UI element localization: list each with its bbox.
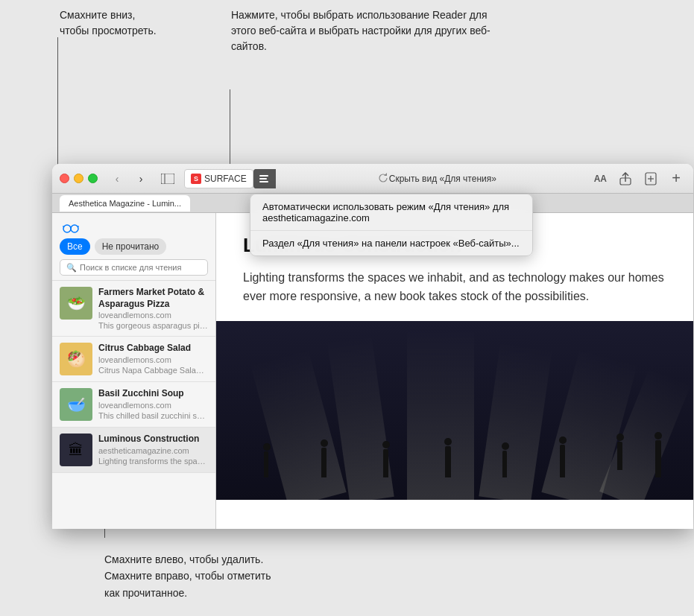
sidebar-toggle-button[interactable] [157, 171, 178, 187]
reading-item[interactable]: 🥗 Farmers Market Potato & Asparagus Pizz… [52, 281, 215, 337]
item-desc: Lighting transforms the spaces we inhabi… [98, 457, 208, 466]
item-desc: Citrus Napa Cabbage Salad is a healthy, … [98, 366, 208, 375]
share-button[interactable] [616, 169, 635, 188]
browser-window: ‹ › S SURFACE ≡ [52, 164, 693, 529]
dropdown-item[interactable]: Раздел «Для чтения» на панели настроек «… [250, 231, 532, 255]
address-bar-area: ≡ Скрыть вид «Для чтения» AA [259, 172, 607, 185]
item-info: Farmers Market Potato & Asparagus Pizza … [98, 287, 208, 330]
annotation-top-right: Нажмите, чтобы выбрать использование Rea… [231, 7, 514, 54]
close-button[interactable] [60, 174, 69, 183]
annotation-bottom: Смахните влево, чтобы удалить. Смахните … [104, 551, 313, 601]
dropdown-item[interactable]: Автоматически использовать режим «Для чт… [250, 194, 532, 231]
article-body: Lighting transforms the spaces we inhabi… [243, 269, 666, 306]
svg-rect-3 [259, 178, 267, 180]
address-text: Скрыть вид «Для чтения» [389, 174, 496, 184]
share-icon [619, 172, 631, 185]
item-domain: aestheticamagazine.com [98, 446, 208, 455]
filter-all-button[interactable]: Все [60, 238, 90, 255]
surface-tab-label: SURFACE [204, 174, 247, 184]
item-thumbnail: 🏛 [60, 434, 92, 466]
reading-item[interactable]: 🥙 Citrus Cabbage Salad loveandlemons.com… [52, 337, 215, 382]
svg-rect-2 [259, 175, 268, 177]
traffic-lights [60, 174, 98, 183]
item-desc: This chilled basil zucchini soup recipe … [98, 411, 208, 420]
item-thumbnail: 🥗 [60, 287, 92, 320]
reading-list: 🥗 Farmers Market Potato & Asparagus Pizz… [52, 281, 215, 529]
search-bar: 🔍 [60, 259, 208, 276]
active-tab-label: Aesthetica Magazine - Lumin... [69, 199, 181, 208]
forward-button[interactable]: › [130, 171, 151, 187]
dropdown-menu: Автоматически использовать режим «Для чт… [250, 194, 533, 256]
filter-unread-button[interactable]: Не прочитано [95, 238, 167, 255]
sidebar: Все Не прочитано 🔍 🥗 Farmers Market Pota… [52, 213, 216, 529]
item-info: Citrus Cabbage Salad loveandlemons.com C… [98, 343, 208, 375]
item-domain: loveandlemons.com [98, 311, 208, 320]
sidebar-icon [161, 174, 174, 184]
main-content: Luminous Construction Lighting transform… [216, 213, 693, 529]
item-domain: loveandlemons.com [98, 401, 208, 410]
annotation-top-left: Смахните вниз, чтобы просмотреть. [60, 7, 179, 39]
reading-list-header-icon [60, 219, 82, 235]
maximize-button[interactable] [88, 174, 98, 183]
page-forward-btn[interactable] [377, 172, 389, 185]
aa-button[interactable]: AA [594, 174, 607, 184]
sidebar-header: Все Не прочитано 🔍 [52, 213, 215, 281]
surface-tab-icon: S [191, 174, 201, 184]
content-area: Все Не прочитано 🔍 🥗 Farmers Market Pota… [52, 213, 693, 529]
search-icon: 🔍 [66, 263, 77, 273]
search-input[interactable] [80, 263, 201, 272]
svg-point-11 [71, 225, 78, 232]
filter-buttons: Все Не прочитано [60, 238, 208, 255]
concert-scene [216, 321, 693, 500]
item-info: Luminous Construction aestheticamagazine… [98, 434, 208, 466]
item-title: Farmers Market Potato & Asparagus Pizza [98, 287, 208, 310]
item-domain: loveandlemons.com [98, 355, 208, 364]
new-tab-button[interactable]: + [666, 169, 686, 188]
item-title: Citrus Cabbage Salad [98, 343, 208, 355]
item-title: Basil Zucchini Soup [98, 388, 208, 400]
reading-list-add-icon [645, 172, 657, 185]
callout-line-left-vertical [57, 37, 58, 175]
item-thumbnail: 🥣 [60, 388, 92, 421]
minimize-button[interactable] [74, 174, 83, 183]
glasses-icon [62, 220, 80, 234]
reading-item[interactable]: 🥣 Basil Zucchini Soup loveandlemons.com … [52, 382, 215, 428]
item-thumbnail: 🥙 [60, 343, 92, 375]
back-button[interactable]: ‹ [107, 171, 127, 187]
add-reading-list-button[interactable] [641, 169, 660, 188]
article-image [216, 321, 693, 500]
title-bar: ‹ › S SURFACE ≡ [52, 164, 693, 194]
item-title: Luminous Construction [98, 434, 208, 445]
callout-line-reader-vertical [230, 89, 230, 168]
item-desc: This gorgeous asparagus pizza is the bes… [98, 321, 208, 330]
active-tab[interactable]: Aesthetica Magazine - Lumin... [60, 195, 190, 212]
svg-point-10 [63, 225, 71, 232]
surface-tab[interactable]: S SURFACE [184, 169, 253, 188]
svg-rect-4 [259, 181, 268, 182]
nav-buttons: ‹ › [107, 171, 151, 187]
toolbar-right: + [616, 169, 686, 188]
svg-rect-0 [161, 174, 174, 184]
item-info: Basil Zucchini Soup loveandlemons.com Th… [98, 388, 208, 421]
reader-active-indicator [253, 169, 274, 188]
reload-icon [377, 172, 389, 184]
reader-lines-icon [258, 174, 270, 184]
reading-item[interactable]: 🏛 Luminous Construction aestheticamagazi… [52, 428, 215, 473]
